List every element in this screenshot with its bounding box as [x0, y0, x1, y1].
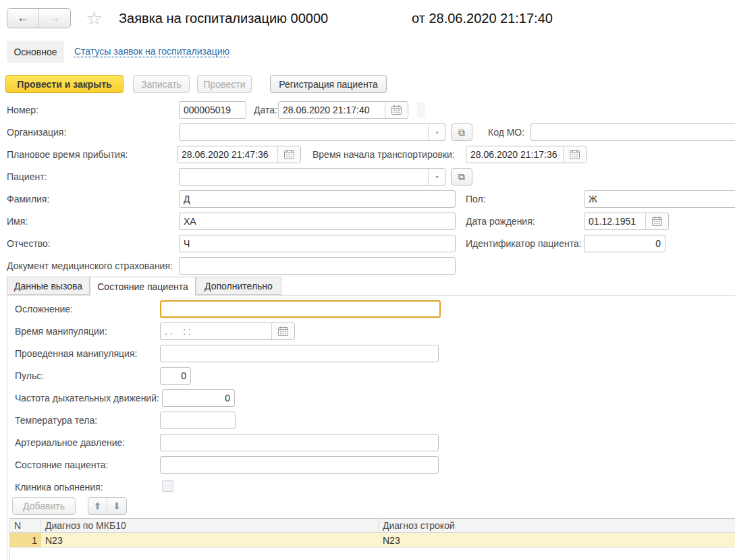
intoxication-checkbox[interactable]	[162, 480, 173, 492]
column-header-diagnosis-text[interactable]: Диагноз строкой	[379, 519, 735, 532]
birth-date-value: 01.12.1951	[584, 216, 645, 227]
tab-main[interactable]: Основное	[7, 40, 64, 63]
add-row-button[interactable]: Добавить	[12, 497, 76, 515]
tab-call-data[interactable]: Данные вызова	[7, 277, 90, 295]
column-header-mkb10[interactable]: Диагноз по МКБ10	[41, 519, 379, 532]
breath-rate-field[interactable]: 0	[162, 389, 235, 407]
dropdown-button[interactable]: ▼	[428, 124, 445, 140]
insurance-doc-field[interactable]	[179, 257, 456, 275]
link-hospitalization-statuses[interactable]: Статусы заявок на госпитализацию	[74, 40, 229, 63]
patient-open-button[interactable]: ⧉	[451, 168, 472, 186]
first-name-label: Имя:	[7, 213, 28, 230]
calendar-button[interactable]	[385, 102, 408, 118]
date-field[interactable]: 28.06.2020 21:17:40	[278, 101, 408, 119]
patient-state-field[interactable]	[160, 456, 439, 474]
calendar-icon	[391, 105, 402, 115]
calendar-button[interactable]	[645, 213, 668, 229]
tab-patient-state[interactable]: Состояние пациента	[90, 277, 196, 296]
table-row[interactable]: 1 N23 N23	[10, 533, 735, 548]
date-label: Дата:	[254, 101, 277, 119]
birth-date-label: Дата рождения:	[466, 213, 535, 230]
favorite-star-icon[interactable]: ☆	[86, 9, 103, 28]
intoxication-label: Клиника опьянения:	[15, 478, 103, 496]
back-icon: ←	[18, 11, 29, 25]
open-icon: ⧉	[458, 127, 465, 138]
insurance-doc-label: Документ медицинского страхования:	[7, 257, 173, 275]
middle-name-field[interactable]: Ч	[179, 235, 456, 252]
pulse-value: 0	[161, 370, 190, 381]
chevron-down-icon: ▼	[434, 130, 439, 135]
back-button[interactable]: ←	[7, 9, 39, 28]
calendar-icon	[278, 327, 288, 336]
gender-field[interactable]: Ж	[584, 190, 735, 208]
manipulation-field[interactable]	[160, 345, 439, 362]
birth-date-field[interactable]: 01.12.1951	[584, 213, 669, 230]
organization-open-button[interactable]: ⧉	[451, 123, 472, 141]
middle-name-value: Ч	[180, 238, 455, 249]
calendar-button[interactable]	[563, 146, 586, 163]
organization-label: Организация:	[7, 123, 66, 141]
calendar-button[interactable]	[277, 146, 300, 163]
pulse-field[interactable]: 0	[160, 367, 191, 385]
calendar-icon	[570, 150, 580, 159]
ui-fragment	[417, 102, 425, 117]
blood-pressure-label: Артериальное давление:	[15, 434, 125, 451]
gender-value: Ж	[584, 194, 735, 204]
planned-arrival-label: Плановое время прибытия:	[7, 146, 128, 163]
blood-pressure-field[interactable]	[160, 434, 439, 451]
transport-start-label: Время начала транспортировки:	[312, 146, 455, 163]
patient-id-value: 0	[584, 238, 665, 249]
register-patient-button[interactable]: Регистрация пациента	[270, 75, 387, 93]
last-name-label: Фамилия:	[7, 190, 49, 208]
complication-field[interactable]	[160, 300, 441, 318]
dropdown-button[interactable]: ▼	[428, 169, 445, 185]
manip-time-label: Время манипуляции:	[15, 323, 107, 340]
patient-id-field[interactable]: 0	[584, 235, 665, 252]
calendar-icon	[284, 150, 294, 159]
patient-field[interactable]: ▼	[179, 168, 445, 186]
diagnosis-text-cell[interactable]: N23	[379, 533, 735, 547]
number-label: Номер:	[7, 101, 38, 119]
breath-rate-label: Частота дыхательных движений:	[15, 389, 159, 407]
organization-field[interactable]: ▼	[179, 123, 445, 141]
table-header-row: N Диагноз по МКБ10 Диагноз строкой	[10, 518, 735, 533]
patient-id-label: Идентификатор пациента:	[466, 235, 582, 252]
page-title-date: от 28.06.2020 21:17:40	[412, 11, 553, 26]
move-down-button[interactable]: ⬇	[107, 498, 126, 514]
gender-label: Пол:	[466, 190, 486, 208]
number-value: 000005019	[180, 105, 246, 115]
column-header-n[interactable]: N	[10, 519, 41, 532]
post-and-close-button[interactable]: Провести и закрыть	[5, 75, 124, 93]
history-nav: ← →	[7, 8, 71, 28]
save-button[interactable]: Записать	[133, 75, 190, 93]
first-name-field[interactable]: ХА	[179, 213, 456, 230]
pulse-label: Пульс:	[15, 367, 44, 385]
manip-time-value: . . : :	[161, 326, 271, 337]
patient-state-label: Состояние пациента:	[15, 456, 108, 474]
row-move-buttons: ⬆ ⬇	[88, 497, 127, 515]
calendar-icon	[652, 217, 662, 226]
window: ← → ☆ Заявка на госпитализацию 00000 от …	[0, 0, 735, 560]
mo-code-field[interactable]	[530, 123, 735, 141]
transport-start-field[interactable]: 28.06.2020 21:17:36	[466, 146, 587, 163]
number-field[interactable]: 000005019	[179, 101, 246, 119]
mkb10-cell[interactable]: N23	[41, 533, 379, 547]
breath-rate-value: 0	[163, 393, 234, 403]
manipulation-label: Проведенная манипуляция:	[15, 345, 137, 362]
planned-arrival-value: 28.06.2020 21:47:36	[178, 149, 277, 160]
open-icon: ⧉	[458, 171, 465, 183]
planned-arrival-field[interactable]: 28.06.2020 21:47:36	[177, 146, 301, 163]
temperature-label: Температура тела:	[15, 412, 97, 429]
post-button[interactable]: Провести	[197, 75, 252, 93]
move-up-button[interactable]: ⬆	[88, 498, 107, 514]
last-name-field[interactable]: Д	[179, 190, 456, 208]
temperature-field[interactable]	[160, 412, 236, 429]
calendar-button[interactable]	[271, 323, 294, 339]
mo-code-label: Код МО:	[488, 123, 524, 141]
transport-start-value: 28.06.2020 21:17:36	[466, 149, 563, 160]
tab-additional[interactable]: Дополнительно	[196, 277, 281, 295]
row-number-cell: 1	[10, 533, 41, 547]
forward-button[interactable]: →	[39, 9, 70, 28]
patient-label: Пациент:	[7, 168, 47, 186]
manip-time-field[interactable]: . . : :	[160, 323, 295, 340]
